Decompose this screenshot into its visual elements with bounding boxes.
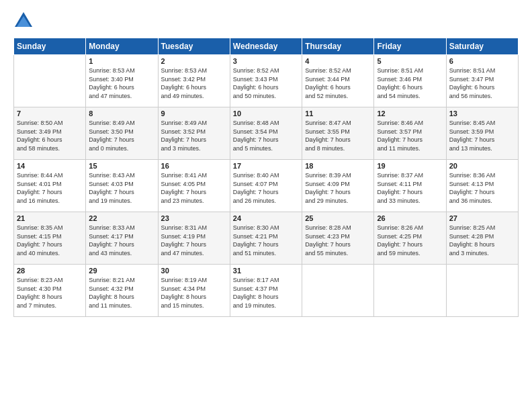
col-friday: Friday	[374, 38, 446, 55]
day-number: 26	[377, 214, 443, 222]
week-row-4: 21Sunrise: 8:35 AM Sunset: 4:15 PM Dayli…	[14, 212, 519, 265]
cell-info: Sunrise: 8:19 AM Sunset: 4:34 PM Dayligh…	[161, 276, 227, 310]
calendar-body: 1Sunrise: 8:53 AM Sunset: 3:40 PM Daylig…	[14, 55, 519, 317]
day-number: 19	[377, 162, 443, 170]
day-number: 7	[17, 109, 83, 118]
cell-w2-d5: 11Sunrise: 8:47 AM Sunset: 3:55 PM Dayli…	[302, 107, 374, 160]
cell-info: Sunrise: 8:28 AM Sunset: 4:23 PM Dayligh…	[305, 224, 371, 257]
day-number: 2	[161, 57, 227, 65]
cell-w4-d6: 26Sunrise: 8:26 AM Sunset: 4:25 PM Dayli…	[374, 212, 446, 265]
cell-info: Sunrise: 8:41 AM Sunset: 4:05 PM Dayligh…	[161, 171, 227, 205]
cell-w4-d5: 25Sunrise: 8:28 AM Sunset: 4:23 PM Dayli…	[302, 212, 374, 265]
cell-w4-d1: 21Sunrise: 8:35 AM Sunset: 4:15 PM Dayli…	[14, 212, 86, 265]
cell-w2-d7: 13Sunrise: 8:45 AM Sunset: 3:59 PM Dayli…	[446, 107, 518, 160]
cell-info: Sunrise: 8:17 AM Sunset: 4:37 PM Dayligh…	[233, 276, 299, 310]
cell-w3-d3: 16Sunrise: 8:41 AM Sunset: 4:05 PM Dayli…	[158, 160, 230, 212]
cell-info: Sunrise: 8:30 AM Sunset: 4:21 PM Dayligh…	[233, 224, 299, 257]
cell-info: Sunrise: 8:50 AM Sunset: 3:49 PM Dayligh…	[17, 119, 83, 152]
cell-info: Sunrise: 8:45 AM Sunset: 3:59 PM Dayligh…	[449, 119, 515, 152]
logo	[13, 11, 36, 31]
cell-w1-d2: 1Sunrise: 8:53 AM Sunset: 3:40 PM Daylig…	[86, 55, 158, 107]
day-number: 17	[233, 162, 299, 170]
day-number: 25	[305, 214, 371, 222]
cell-info: Sunrise: 8:26 AM Sunset: 4:25 PM Dayligh…	[377, 224, 443, 257]
header-row: Sunday Monday Tuesday Wednesday Thursday…	[14, 38, 519, 55]
logo-icon	[13, 11, 34, 31]
cell-w3-d7: 20Sunrise: 8:36 AM Sunset: 4:13 PM Dayli…	[446, 160, 518, 212]
day-number: 12	[377, 109, 443, 118]
cell-info: Sunrise: 8:36 AM Sunset: 4:13 PM Dayligh…	[449, 171, 515, 205]
cell-w5-d3: 30Sunrise: 8:19 AM Sunset: 4:34 PM Dayli…	[158, 265, 230, 317]
day-number: 18	[305, 162, 371, 170]
col-sunday: Sunday	[14, 38, 86, 55]
day-number: 11	[305, 109, 371, 118]
day-number: 14	[17, 162, 83, 170]
cell-w1-d4: 3Sunrise: 8:52 AM Sunset: 3:43 PM Daylig…	[230, 55, 302, 107]
day-number: 13	[449, 109, 515, 118]
day-number: 3	[233, 57, 299, 65]
cell-w2-d4: 10Sunrise: 8:48 AM Sunset: 3:54 PM Dayli…	[230, 107, 302, 160]
cell-info: Sunrise: 8:52 AM Sunset: 3:44 PM Dayligh…	[305, 66, 371, 100]
cell-w4-d2: 22Sunrise: 8:33 AM Sunset: 4:17 PM Dayli…	[86, 212, 158, 265]
cell-info: Sunrise: 8:52 AM Sunset: 3:43 PM Dayligh…	[233, 66, 299, 100]
page: Sunday Monday Tuesday Wednesday Thursday…	[0, 0, 532, 411]
cell-w5-d5	[302, 265, 374, 317]
cell-info: Sunrise: 8:37 AM Sunset: 4:11 PM Dayligh…	[377, 171, 443, 205]
day-number: 29	[89, 267, 154, 275]
week-row-3: 14Sunrise: 8:44 AM Sunset: 4:01 PM Dayli…	[14, 160, 519, 212]
col-wednesday: Wednesday	[230, 38, 302, 55]
cell-info: Sunrise: 8:31 AM Sunset: 4:19 PM Dayligh…	[161, 224, 227, 257]
cell-w2-d3: 9Sunrise: 8:49 AM Sunset: 3:52 PM Daylig…	[158, 107, 230, 160]
col-monday: Monday	[86, 38, 158, 55]
day-number: 8	[89, 109, 154, 118]
cell-info: Sunrise: 8:25 AM Sunset: 4:28 PM Dayligh…	[449, 224, 515, 257]
week-row-2: 7Sunrise: 8:50 AM Sunset: 3:49 PM Daylig…	[14, 107, 519, 160]
day-number: 23	[161, 214, 227, 222]
cell-info: Sunrise: 8:44 AM Sunset: 4:01 PM Dayligh…	[17, 171, 83, 205]
cell-info: Sunrise: 8:40 AM Sunset: 4:07 PM Dayligh…	[233, 171, 299, 205]
day-number: 28	[17, 267, 83, 275]
cell-info: Sunrise: 8:33 AM Sunset: 4:17 PM Dayligh…	[89, 224, 154, 257]
cell-w5-d4: 31Sunrise: 8:17 AM Sunset: 4:37 PM Dayli…	[230, 265, 302, 317]
cell-info: Sunrise: 8:53 AM Sunset: 3:40 PM Dayligh…	[89, 66, 154, 100]
cell-w1-d5: 4Sunrise: 8:52 AM Sunset: 3:44 PM Daylig…	[302, 55, 374, 107]
cell-info: Sunrise: 8:51 AM Sunset: 3:46 PM Dayligh…	[377, 66, 443, 100]
day-number: 30	[161, 267, 227, 275]
day-number: 16	[161, 162, 227, 170]
day-number: 21	[17, 214, 83, 222]
cell-w5-d2: 29Sunrise: 8:21 AM Sunset: 4:32 PM Dayli…	[86, 265, 158, 317]
col-saturday: Saturday	[446, 38, 518, 55]
day-number: 31	[233, 267, 299, 275]
day-number: 20	[449, 162, 515, 170]
cell-w2-d2: 8Sunrise: 8:49 AM Sunset: 3:50 PM Daylig…	[86, 107, 158, 160]
col-thursday: Thursday	[302, 38, 374, 55]
cell-w4-d4: 24Sunrise: 8:30 AM Sunset: 4:21 PM Dayli…	[230, 212, 302, 265]
cell-w1-d3: 2Sunrise: 8:53 AM Sunset: 3:42 PM Daylig…	[158, 55, 230, 107]
cell-w3-d4: 17Sunrise: 8:40 AM Sunset: 4:07 PM Dayli…	[230, 160, 302, 212]
cell-w3-d6: 19Sunrise: 8:37 AM Sunset: 4:11 PM Dayli…	[374, 160, 446, 212]
cell-w3-d1: 14Sunrise: 8:44 AM Sunset: 4:01 PM Dayli…	[14, 160, 86, 212]
day-number: 22	[89, 214, 154, 222]
day-number: 5	[377, 57, 443, 65]
cell-w1-d7: 6Sunrise: 8:51 AM Sunset: 3:47 PM Daylig…	[446, 55, 518, 107]
day-number: 4	[305, 57, 371, 65]
cell-info: Sunrise: 8:47 AM Sunset: 3:55 PM Dayligh…	[305, 119, 371, 152]
calendar-table: Sunday Monday Tuesday Wednesday Thursday…	[13, 38, 519, 317]
cell-info: Sunrise: 8:53 AM Sunset: 3:42 PM Dayligh…	[161, 66, 227, 100]
cell-w4-d7: 27Sunrise: 8:25 AM Sunset: 4:28 PM Dayli…	[446, 212, 518, 265]
cell-info: Sunrise: 8:46 AM Sunset: 3:57 PM Dayligh…	[377, 119, 443, 152]
cell-w5-d6	[374, 265, 446, 317]
header	[13, 11, 519, 31]
day-number: 15	[89, 162, 154, 170]
day-number: 24	[233, 214, 299, 222]
cell-w3-d5: 18Sunrise: 8:39 AM Sunset: 4:09 PM Dayli…	[302, 160, 374, 212]
calendar-header: Sunday Monday Tuesday Wednesday Thursday…	[14, 38, 519, 55]
day-number: 9	[161, 109, 227, 118]
cell-info: Sunrise: 8:35 AM Sunset: 4:15 PM Dayligh…	[17, 224, 83, 257]
cell-w2-d6: 12Sunrise: 8:46 AM Sunset: 3:57 PM Dayli…	[374, 107, 446, 160]
col-tuesday: Tuesday	[158, 38, 230, 55]
cell-info: Sunrise: 8:51 AM Sunset: 3:47 PM Dayligh…	[449, 66, 515, 100]
cell-info: Sunrise: 8:21 AM Sunset: 4:32 PM Dayligh…	[89, 276, 154, 310]
cell-w3-d2: 15Sunrise: 8:43 AM Sunset: 4:03 PM Dayli…	[86, 160, 158, 212]
cell-info: Sunrise: 8:49 AM Sunset: 3:50 PM Dayligh…	[89, 119, 154, 152]
